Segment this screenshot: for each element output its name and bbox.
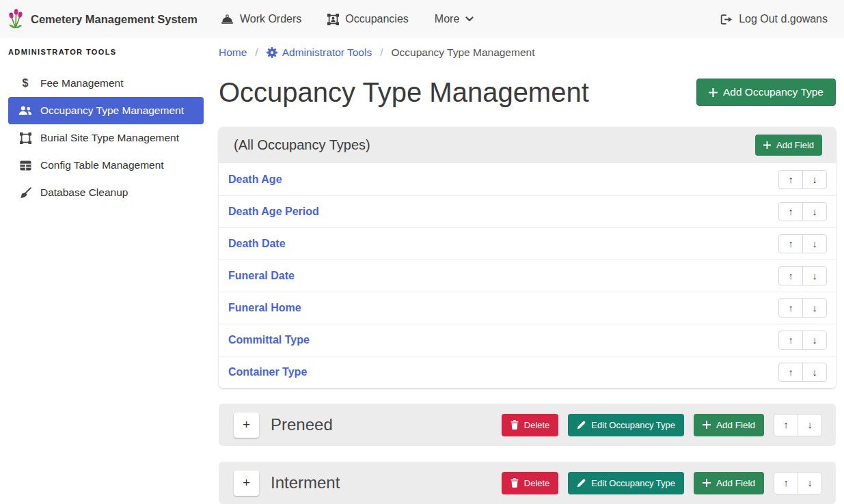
app-title[interactable]: Cemetery Management System <box>31 13 198 26</box>
all-occupancy-types-header: (All Occupancy Types) Add Field <box>219 127 836 163</box>
add-field-button[interactable]: Add Field <box>694 414 764 436</box>
move-up-button[interactable]: ↑ <box>778 170 803 189</box>
field-link[interactable]: Container Type <box>228 366 307 378</box>
edit-occupancy-type-label: Edit Occupancy Type <box>591 420 675 430</box>
main-content: Home / Administrator Tools / Occupanc <box>219 38 836 504</box>
card-title: (All Occupancy Types) <box>234 137 370 153</box>
chevron-down-icon <box>465 16 474 22</box>
add-field-button[interactable]: Add Field <box>755 135 822 156</box>
field-row-death-age: Death Age ↑ ↓ <box>219 163 836 195</box>
all-occupancy-types-card: (All Occupancy Types) Add Field Death Ag… <box>219 127 836 388</box>
reorder-controls: ↑ ↓ <box>774 414 822 436</box>
plus-icon <box>709 88 718 97</box>
field-row-funeral-date: Funeral Date ↑ ↓ <box>219 260 836 292</box>
logout-button[interactable]: Log Out d.gowans <box>720 13 828 25</box>
hard-hat-icon <box>221 14 234 25</box>
breadcrumb-home-label: Home <box>219 46 247 59</box>
logout-label: Log Out d.gowans <box>739 13 828 25</box>
move-down-button[interactable]: ↓ <box>802 363 827 382</box>
sidebar: Administrator Tools $ Fee Management Occ… <box>0 38 212 504</box>
sidebar-heading: Administrator Tools <box>8 48 212 56</box>
breadcrumb-administrator-tools[interactable]: Administrator Tools <box>267 46 372 59</box>
add-field-button[interactable]: Add Field <box>694 472 764 494</box>
move-up-button[interactable]: ↑ <box>778 234 803 253</box>
page-title: Occupancy Type Management <box>219 77 589 108</box>
move-down-button[interactable]: ↓ <box>802 266 827 285</box>
breadcrumb-current: Occupancy Type Management <box>392 46 535 59</box>
add-occupancy-type-label: Add Occupancy Type <box>723 86 823 98</box>
dollar-icon: $ <box>16 77 34 89</box>
plus-icon <box>703 479 711 487</box>
sidebar-item-occupancy-type-management[interactable]: Occupancy Type Management <box>8 97 204 124</box>
field-row-funeral-home: Funeral Home ↑ ↓ <box>219 292 836 324</box>
move-down-button[interactable]: ↓ <box>798 414 822 436</box>
move-up-button[interactable]: ↑ <box>778 266 803 285</box>
expand-button[interactable]: + <box>234 471 259 496</box>
move-down-button[interactable]: ↓ <box>798 472 822 494</box>
nav-work-orders[interactable]: Work Orders <box>221 13 301 25</box>
page-header: Occupancy Type Management Add Occupancy … <box>219 71 836 113</box>
delete-button[interactable]: Delete <box>502 472 559 494</box>
section-title: Interment <box>271 473 340 492</box>
gear-icon <box>267 47 277 58</box>
add-field-label: Add Field <box>776 140 814 150</box>
breadcrumb-separator: / <box>255 46 258 59</box>
sidebar-menu: $ Fee Management Occupancy Type Manageme… <box>0 70 212 206</box>
vector-square-icon <box>16 132 34 144</box>
pencil-icon <box>577 421 586 430</box>
breadcrumb-home[interactable]: Home <box>219 46 247 59</box>
move-up-button[interactable]: ↑ <box>778 363 803 382</box>
broom-icon <box>16 187 34 199</box>
trash-icon <box>511 420 519 430</box>
navbar-menu: Work Orders Occupancies More <box>221 13 474 25</box>
move-down-button[interactable]: ↓ <box>802 298 827 318</box>
sidebar-item-label: Occupancy Type Management <box>40 104 184 117</box>
section-interment: + Interment Delete Edi <box>219 462 836 504</box>
move-up-button[interactable]: ↑ <box>774 472 798 494</box>
nav-occupancies[interactable]: Occupancies <box>327 13 409 25</box>
nav-work-orders-label: Work Orders <box>240 13 301 25</box>
sidebar-item-fee-management[interactable]: $ Fee Management <box>8 70 204 97</box>
plus-icon <box>763 141 771 149</box>
tulip-logo-icon <box>7 9 25 29</box>
move-up-button[interactable]: ↑ <box>778 298 803 318</box>
move-up-button[interactable]: ↑ <box>778 202 803 221</box>
move-up-button[interactable]: ↑ <box>778 331 803 350</box>
sidebar-item-label: Config Table Management <box>40 159 164 171</box>
add-field-label: Add Field <box>716 420 755 430</box>
reorder-controls: ↑ ↓ <box>778 170 827 189</box>
sidebar-item-label: Database Cleanup <box>40 186 128 199</box>
delete-label: Delete <box>524 478 550 488</box>
field-link[interactable]: Death Age Period <box>228 206 319 218</box>
breadcrumb-separator: / <box>380 46 383 59</box>
sidebar-item-burial-site-type-management[interactable]: Burial Site Type Management <box>8 124 204 152</box>
field-link[interactable]: Funeral Date <box>228 270 295 282</box>
field-link[interactable]: Death Date <box>228 238 286 250</box>
reorder-controls: ↑ ↓ <box>778 363 827 382</box>
sidebar-item-config-table-management[interactable]: Config Table Management <box>8 152 204 179</box>
sidebar-item-database-cleanup[interactable]: Database Cleanup <box>8 179 204 206</box>
section-actions: Delete Edit Occupancy Type Add Field ↑ ↓ <box>502 414 822 436</box>
reorder-controls: ↑ ↓ <box>778 331 827 350</box>
field-link[interactable]: Death Age <box>228 173 282 186</box>
move-down-button[interactable]: ↓ <box>802 170 827 189</box>
field-row-container-type: Container Type ↑ ↓ <box>219 356 836 388</box>
move-down-button[interactable]: ↓ <box>802 331 827 350</box>
field-link[interactable]: Committal Type <box>228 334 310 346</box>
sidebar-item-label: Burial Site Type Management <box>40 132 179 144</box>
edit-occupancy-type-button[interactable]: Edit Occupancy Type <box>568 414 684 436</box>
add-occupancy-type-button[interactable]: Add Occupancy Type <box>696 79 836 106</box>
nav-more[interactable]: More <box>435 13 474 25</box>
add-field-label: Add Field <box>716 478 755 488</box>
section-title: Preneed <box>271 415 333 434</box>
sidebar-item-label: Fee Management <box>40 77 124 89</box>
move-down-button[interactable]: ↓ <box>802 202 827 221</box>
delete-button[interactable]: Delete <box>502 414 559 436</box>
edit-occupancy-type-button[interactable]: Edit Occupancy Type <box>568 472 684 494</box>
field-link[interactable]: Funeral Home <box>228 302 301 314</box>
nav-occupancies-label: Occupancies <box>345 13 409 25</box>
move-up-button[interactable]: ↑ <box>774 414 798 436</box>
expand-button[interactable]: + <box>234 412 259 438</box>
reorder-controls: ↑ ↓ <box>778 266 827 285</box>
move-down-button[interactable]: ↓ <box>802 234 827 253</box>
